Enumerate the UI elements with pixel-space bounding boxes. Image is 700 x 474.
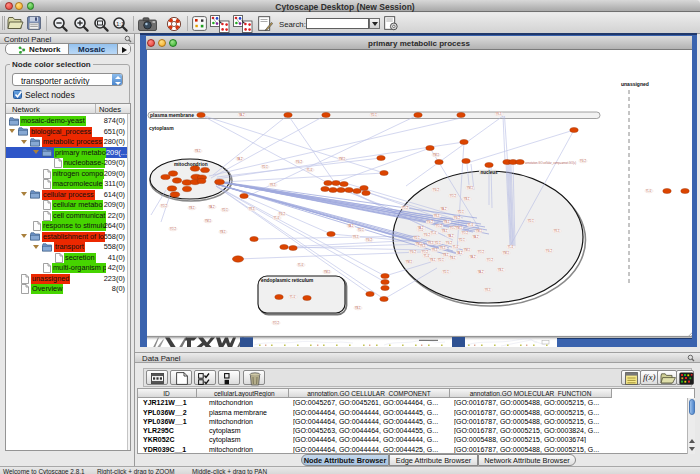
svg-text:YL-0: YL-0 [431,231,437,235]
svg-text:unassigned: unassigned [621,81,649,87]
svg-text:YO-2: YO-2 [273,321,280,325]
svg-text:YM-1: YM-1 [406,260,413,264]
svg-text:YK-5: YK-5 [428,241,434,245]
svg-text:YL-0: YL-0 [307,168,313,172]
svg-text:YA-2: YA-2 [457,251,463,255]
svg-text:YD-1: YD-1 [262,165,268,169]
svg-text:YL-0: YL-0 [274,216,280,220]
svg-text:YB-1: YB-1 [430,258,436,262]
svg-text:mitochondrion: mitochondrion [174,162,208,167]
svg-text:YL-0: YL-0 [646,189,652,193]
svg-text:YM-1: YM-1 [476,229,483,233]
svg-text:YG-2: YG-2 [454,216,461,220]
svg-text:YK-5: YK-5 [554,229,560,233]
svg-text:YG-2: YG-2 [410,250,417,254]
svg-text:YO-2: YO-2 [161,204,168,208]
svg-text:YL-0: YL-0 [424,254,430,258]
svg-text:YM-1: YM-1 [456,226,463,230]
svg-text:YA-2: YA-2 [348,224,354,228]
svg-text:YM-1: YM-1 [464,248,471,252]
svg-text:YD-1: YD-1 [438,258,444,262]
svg-text:YK-5: YK-5 [496,112,502,116]
svg-text:plasma membrane: plasma membrane [150,112,194,118]
svg-text:cytoplasm: cytoplasm [149,125,174,131]
svg-text:YK-5: YK-5 [440,246,446,250]
svg-text:YG-2: YG-2 [546,249,553,253]
svg-text:annotation.GO.cellular_comp=an: annotation.GO.cellular_comp=annot.GO(c) [525,161,576,165]
svg-text:YD-1: YD-1 [458,210,464,214]
svg-text:YD-1: YD-1 [528,219,534,223]
svg-text:YD-1: YD-1 [443,270,449,274]
svg-text:YB-1: YB-1 [355,306,361,310]
svg-text:YB-1: YB-1 [189,206,195,210]
svg-text:YL-0: YL-0 [453,245,459,249]
svg-text:YO-2: YO-2 [478,250,485,254]
svg-text:YG-2: YG-2 [279,212,286,216]
svg-text:YA-2: YA-2 [239,113,245,117]
svg-text:YB-1: YB-1 [443,253,449,257]
svg-text:YA-2: YA-2 [209,205,215,209]
svg-text:YA-2: YA-2 [237,157,243,161]
svg-text:YK-5: YK-5 [420,244,426,248]
svg-text:YL-0: YL-0 [290,295,296,299]
svg-text:YD-1: YD-1 [459,238,465,242]
svg-text:YA-2: YA-2 [448,234,454,238]
svg-text:YG-2: YG-2 [580,159,587,163]
svg-text:YK-5: YK-5 [434,214,440,218]
svg-text:YD-1: YD-1 [435,241,441,245]
svg-text:YB-1: YB-1 [195,149,201,153]
svg-text:YB-1: YB-1 [442,229,448,233]
svg-text:YA-2: YA-2 [441,207,447,211]
svg-text:YM-1: YM-1 [467,186,474,190]
svg-text:YM-1: YM-1 [324,270,331,274]
svg-text:YK-5: YK-5 [249,207,255,211]
svg-text:YO-2: YO-2 [422,250,429,254]
svg-text:YB-1: YB-1 [444,220,450,224]
svg-text:1:1: 1:1 [116,21,125,27]
svg-text:YO-2: YO-2 [402,206,409,210]
svg-text:YB-1: YB-1 [450,256,456,260]
svg-text:YA-2: YA-2 [418,226,424,230]
svg-text:YG-2: YG-2 [446,241,453,245]
svg-text:YD-1: YD-1 [371,113,377,117]
svg-text:YG-2: YG-2 [427,220,434,224]
svg-text:YO-2: YO-2 [170,227,177,231]
svg-text:YO-2: YO-2 [450,194,457,198]
svg-text:YA-2: YA-2 [478,270,484,274]
svg-text:YL-0: YL-0 [468,223,474,227]
svg-text:YG-2: YG-2 [424,233,431,237]
svg-text:YK-5: YK-5 [485,288,491,292]
svg-text:YB-1: YB-1 [464,197,470,201]
svg-text:YG-2: YG-2 [433,188,440,192]
svg-text:YD-1: YD-1 [222,208,228,212]
svg-text:YA-2: YA-2 [473,235,479,239]
svg-text:YM-1: YM-1 [205,219,212,223]
svg-text:YK-5: YK-5 [353,235,359,239]
svg-text:YA-2: YA-2 [470,255,476,259]
svg-text:YO-2: YO-2 [436,224,443,228]
svg-text:YM-1: YM-1 [339,157,346,161]
svg-text:YG-2: YG-2 [366,238,373,242]
svg-text:YM-1: YM-1 [433,153,440,157]
svg-text:YG-2: YG-2 [296,160,303,164]
svg-text:YM-1: YM-1 [503,251,510,255]
svg-text:YK-5: YK-5 [432,248,438,252]
svg-text:YB-1: YB-1 [498,268,504,272]
svg-text:YO-2: YO-2 [487,258,494,262]
svg-text:YD-1: YD-1 [358,228,364,232]
svg-text:YB-1: YB-1 [220,230,226,234]
svg-text:endoplasmic reticulum: endoplasmic reticulum [261,278,313,283]
svg-text:YL-0: YL-0 [508,245,514,249]
svg-text:YD-1: YD-1 [414,236,420,240]
svg-text:YK-5: YK-5 [270,183,276,187]
svg-text:YL-0: YL-0 [298,263,304,267]
svg-text:nucleus: nucleus [481,170,499,175]
svg-text:YO-2: YO-2 [462,231,469,235]
